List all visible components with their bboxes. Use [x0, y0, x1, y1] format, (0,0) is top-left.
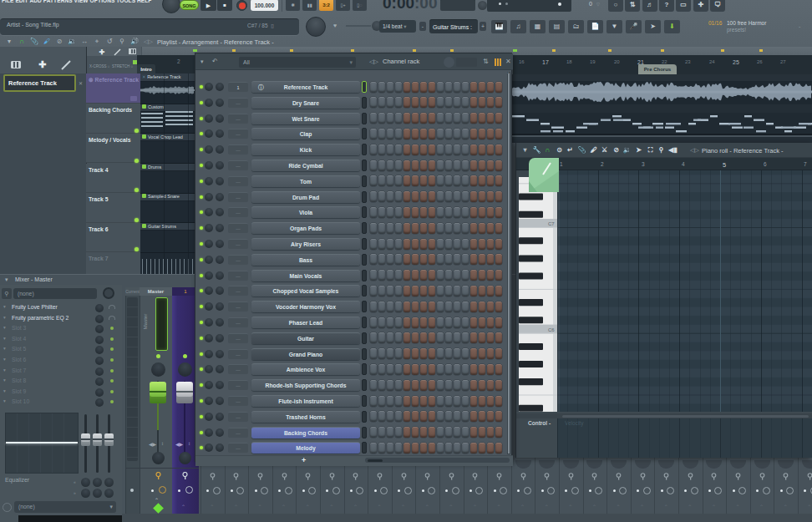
svg-text:C7: C7 — [548, 221, 555, 226]
svg-text:C6: C6 — [548, 327, 555, 332]
